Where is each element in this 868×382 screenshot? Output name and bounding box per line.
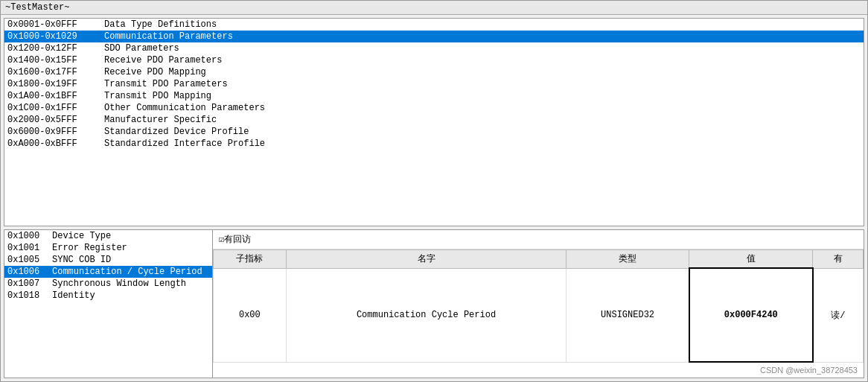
sub-list-item[interactable]: 0x1005SYNC COB ID [4, 254, 212, 266]
sub-addr: 0x1000 [7, 231, 52, 241]
sub-desc: Error Register [52, 243, 209, 253]
od-desc: Manufacturer Specific [104, 115, 861, 125]
sub-list-item[interactable]: 0x1018Identity [4, 290, 212, 302]
od-desc: Standardized Device Profile [104, 127, 861, 137]
od-addr: 0x1000-0x1029 [7, 31, 104, 42]
od-desc: Transmit PDO Parameters [104, 79, 861, 89]
table-header: 类型 [567, 250, 689, 269]
od-addr: 0x1800-0x19FF [7, 79, 104, 89]
title-bar: ~TestMaster~ [1, 1, 867, 15]
od-addr: 0x2000-0x5FFF [7, 115, 104, 125]
od-list-item[interactable]: 0xA000-0xBFFFStandardized Interface Prof… [4, 138, 864, 150]
table-cell: 0x00 [214, 268, 287, 362]
od-addr: 0x1600-0x17FF [7, 67, 104, 77]
od-addr: 0x1A00-0x1BFF [7, 91, 104, 101]
sub-desc: Identity [52, 290, 209, 301]
sub-addr: 0x1001 [7, 243, 52, 253]
table-header: 子指标 [214, 250, 287, 269]
sub-list-item[interactable]: 0x1000Device Type [4, 230, 212, 242]
od-desc: Other Communication Parameters [104, 103, 861, 113]
od-desc: Receive PDO Parameters [104, 55, 861, 66]
od-desc: SDO Parameters [104, 43, 861, 54]
watermark: CSDN @weixin_38728453 [213, 363, 864, 378]
table-header: 有 [813, 250, 864, 269]
od-desc: Transmit PDO Mapping [104, 91, 861, 101]
sub-addr: 0x1006 [7, 267, 52, 277]
od-list-item[interactable]: 0x1600-0x17FFReceive PDO Mapping [4, 66, 864, 78]
od-list-item[interactable]: 0x1200-0x12FFSDO Parameters [4, 42, 864, 54]
od-addr: 0x1200-0x12FF [7, 43, 104, 54]
od-list-item[interactable]: 0x1A00-0x1BFFTransmit PDO Mapping [4, 90, 864, 102]
od-list-item[interactable]: 0x6000-0x9FFFStandardized Device Profile [4, 126, 864, 138]
table-header: 值 [689, 250, 813, 269]
sub-list-item[interactable]: 0x1007Synchronous Window Length [4, 278, 212, 290]
od-addr: 0x1400-0x15FF [7, 55, 104, 66]
sub-object-list: 0x1000Device Type0x1001Error Register0x1… [4, 230, 213, 378]
od-list-item[interactable]: 0x2000-0x5FFFManufacturer Specific [4, 114, 864, 126]
od-addr: 0x0001-0x0FFF [7, 19, 104, 30]
bottom-section: 0x1000Device Type0x1001Error Register0x1… [4, 229, 864, 378]
od-addr: 0x1C00-0x1FFF [7, 103, 104, 113]
data-table: 子指标名字类型值有0x00Communication Cycle PeriodU… [213, 249, 864, 363]
has-callback-checkbox[interactable]: ☑有回访 [219, 233, 251, 246]
table-row: 0x00Communication Cycle PeriodUNSIGNED32… [214, 268, 864, 362]
main-window: ~TestMaster~ 0x0001-0x0FFFData Type Defi… [0, 0, 868, 382]
sub-addr: 0x1007 [7, 278, 52, 289]
window-title: ~TestMaster~ [5, 2, 69, 13]
od-desc: Standardized Interface Profile [104, 139, 861, 149]
sub-desc: Communication / Cycle Period [52, 267, 209, 277]
has-callback-row: ☑有回访 [213, 230, 864, 249]
od-desc: Receive PDO Mapping [104, 67, 861, 77]
od-desc: Communication Parameters [104, 31, 861, 42]
sub-desc: SYNC COB ID [52, 255, 209, 265]
table-cell: 读/ [813, 268, 864, 362]
table-cell[interactable]: 0x000F4240 [689, 268, 813, 362]
sub-addr: 0x1018 [7, 290, 52, 301]
sub-desc: Synchronous Window Length [52, 278, 209, 289]
object-dictionary-list: 0x0001-0x0FFFData Type Definitions0x1000… [4, 18, 864, 226]
od-addr: 0x6000-0x9FFF [7, 127, 104, 137]
od-desc: Data Type Definitions [104, 19, 861, 30]
sub-addr: 0x1005 [7, 255, 52, 265]
od-list-item[interactable]: 0x1000-0x1029Communication Parameters [4, 31, 864, 42]
table-cell: UNSIGNED32 [567, 268, 689, 362]
table-cell: Communication Cycle Period [286, 268, 567, 362]
od-addr: 0xA000-0xBFFF [7, 139, 104, 149]
detail-panel: ☑有回访 子指标名字类型值有0x00Communication Cycle Pe… [213, 230, 864, 378]
od-list-item[interactable]: 0x1800-0x19FFTransmit PDO Parameters [4, 78, 864, 90]
od-list-item[interactable]: 0x1400-0x15FFReceive PDO Parameters [4, 54, 864, 66]
od-list-item[interactable]: 0x1C00-0x1FFFOther Communication Paramet… [4, 102, 864, 114]
sub-list-item[interactable]: 0x1006Communication / Cycle Period [4, 266, 212, 278]
table-header: 名字 [286, 250, 567, 269]
od-list-item[interactable]: 0x0001-0x0FFFData Type Definitions [4, 19, 864, 31]
sub-list-item[interactable]: 0x1001Error Register [4, 242, 212, 254]
sub-desc: Device Type [52, 231, 209, 241]
